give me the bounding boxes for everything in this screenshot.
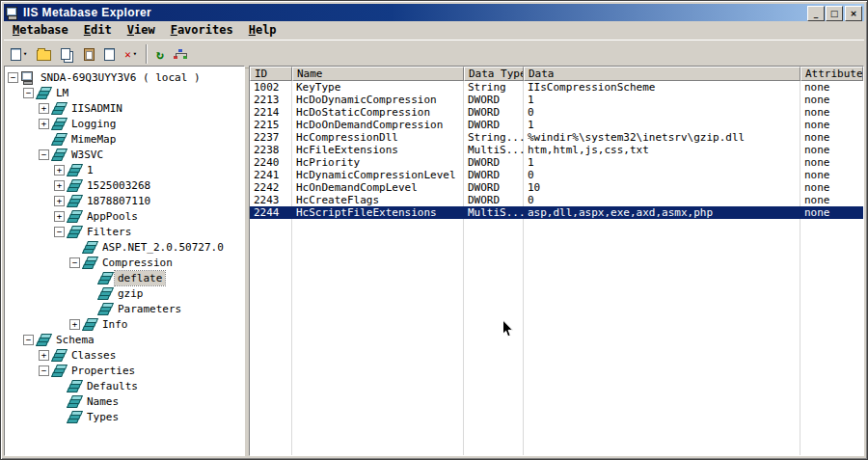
properties-grid: IDNameData TypeDataAttributes 1002KeyTyp… xyxy=(249,66,864,456)
new-key-button[interactable]: ▾ xyxy=(6,42,32,66)
column-header-id[interactable]: ID xyxy=(250,67,292,81)
metabase-key-icon xyxy=(67,163,82,177)
metabase-tree[interactable]: −SNDA-69Q3UYY3V6 ( local )−LM+IISADMIN+L… xyxy=(4,66,245,456)
cell-id: 2238 xyxy=(250,144,292,156)
refresh-button[interactable]: ↻ xyxy=(151,42,169,66)
cell-data-type: DWORD xyxy=(464,169,524,181)
tree-item-gzip[interactable]: gzip xyxy=(7,285,244,301)
cell-name: HcDoOnDemandCompression xyxy=(292,119,464,131)
column-header-name[interactable]: Name xyxy=(292,67,464,81)
refresh-icon: ↻ xyxy=(156,48,164,61)
menu-view[interactable]: View xyxy=(120,22,163,39)
cell-attributes: none xyxy=(800,94,863,106)
tree-spacer xyxy=(85,288,95,299)
metabase-key-icon xyxy=(67,394,82,409)
expand-icon[interactable]: + xyxy=(54,211,65,222)
cell-name: HcScriptFileExtensions xyxy=(292,206,464,219)
menu-metabase[interactable]: Metabase xyxy=(5,22,76,39)
metabase-key-icon xyxy=(51,348,67,363)
tree-item-label: Defaults xyxy=(84,379,141,393)
tree-item-classes[interactable]: +Classes xyxy=(7,347,244,363)
chevron-down-icon: ▾ xyxy=(23,51,27,58)
collapse-icon[interactable]: − xyxy=(39,149,49,160)
tree-item-names[interactable]: Names xyxy=(7,393,244,409)
cell-id: 2213 xyxy=(250,94,292,106)
collapse-icon[interactable]: − xyxy=(54,227,65,237)
tree-item-lm[interactable]: −LM xyxy=(7,85,244,100)
table-row-2213[interactable]: 2213HcDoDynamicCompressionDWORD1none xyxy=(250,94,863,106)
tree-item-filters[interactable]: −Filters xyxy=(7,224,244,239)
delete-x-icon: ✕ xyxy=(124,49,131,60)
table-row-2243[interactable]: 2243HcCreateFlagsDWORD0none xyxy=(250,194,863,206)
tree-item-1525003268[interactable]: +1525003268 xyxy=(7,177,244,193)
collapse-icon[interactable]: − xyxy=(8,72,18,83)
table-row-2242[interactable]: 2242HcOnDemandCompLevelDWORD10none xyxy=(250,181,863,194)
cell-name: HcPriority xyxy=(292,156,464,169)
title-bar[interactable]: IIS Metabase Explorer _ □ × xyxy=(4,4,864,21)
tree-item-w3svc[interactable]: −W3SVC xyxy=(7,147,244,162)
cell-name: HcCompressionDll xyxy=(292,131,464,144)
menu-edit[interactable]: Edit xyxy=(76,22,120,39)
tree-item-parameters[interactable]: Parameters xyxy=(7,301,244,316)
tree-item-properties[interactable]: −Properties xyxy=(7,363,244,378)
tree-indent xyxy=(7,401,53,402)
tree-item-schema[interactable]: −Schema xyxy=(7,332,244,347)
menu-favorites[interactable]: Favorites xyxy=(163,22,241,39)
paste-button[interactable] xyxy=(79,42,99,66)
tree-item-iisadmin[interactable]: +IISADMIN xyxy=(7,100,244,116)
tree-item-snda-69q3uyy3v6-local[interactable]: −SNDA-69Q3UYY3V6 ( local ) xyxy=(7,69,244,85)
expand-icon[interactable]: + xyxy=(54,165,65,176)
tree-item-info[interactable]: +Info xyxy=(7,316,244,332)
table-row-2237[interactable]: 2237HcCompressionDllString...%windir%\sy… xyxy=(250,131,863,144)
metabase-key-icon xyxy=(82,317,97,332)
expand-icon[interactable]: + xyxy=(69,319,80,330)
collapse-icon[interactable]: − xyxy=(23,335,34,345)
metabase-key-icon xyxy=(51,117,67,131)
delete-button[interactable]: ✕▾ xyxy=(120,42,142,66)
maximize-button[interactable]: □ xyxy=(826,6,843,21)
connect-computer-button[interactable] xyxy=(169,42,191,66)
menu-help[interactable]: Help xyxy=(241,22,285,39)
tree-indent xyxy=(7,247,68,248)
table-row-2244[interactable]: 2244HcScriptFileExtensionsMultiS...asp,d… xyxy=(250,206,863,219)
table-row-2214[interactable]: 2214HcDoStaticCompressionDWORD0none xyxy=(250,106,863,119)
column-header-attributes[interactable]: Attributes xyxy=(800,67,863,81)
cell-attributes: none xyxy=(800,131,863,144)
collapse-icon[interactable]: − xyxy=(23,88,34,98)
cell-name: HcDoDynamicCompression xyxy=(292,94,464,106)
table-row-2240[interactable]: 2240HcPriorityDWORD1none xyxy=(250,156,863,169)
collapse-icon[interactable]: − xyxy=(39,365,49,376)
table-row-1002[interactable]: 1002KeyTypeStringIIsCompressionSchemenon… xyxy=(250,81,863,94)
tree-item-label: Parameters xyxy=(115,302,184,316)
tree-item-asp-net-2-0-50727-0[interactable]: ASP.NET_2.0.50727.0 xyxy=(7,239,244,255)
cell-id: 1002 xyxy=(250,81,292,94)
tree-item-logging[interactable]: +Logging xyxy=(7,116,244,131)
tree-item-label: Filters xyxy=(84,225,134,239)
expand-icon[interactable]: + xyxy=(54,196,65,206)
tree-item-mimemap[interactable]: MimeMap xyxy=(7,131,244,147)
tree-item-1[interactable]: +1 xyxy=(7,162,244,177)
copy-button[interactable] xyxy=(56,42,79,66)
expand-icon[interactable]: + xyxy=(39,350,49,361)
tree-item-defaults[interactable]: Defaults xyxy=(7,378,244,393)
edit-record-button[interactable] xyxy=(99,42,120,66)
column-header-data[interactable]: Data xyxy=(524,67,800,81)
copy-icon xyxy=(61,48,70,60)
table-row-2215[interactable]: 2215HcDoOnDemandCompressionDWORD1none xyxy=(250,119,863,131)
cell-attributes: none xyxy=(800,181,863,194)
expand-icon[interactable]: + xyxy=(54,180,65,191)
expand-icon[interactable]: + xyxy=(39,103,49,114)
tree-item-deflate[interactable]: deflate xyxy=(7,270,244,285)
tree-item-compression[interactable]: −Compression xyxy=(7,255,244,270)
expand-icon[interactable]: + xyxy=(39,119,49,129)
close-button[interactable]: × xyxy=(845,6,862,21)
tree-item-apppools[interactable]: +AppPools xyxy=(7,208,244,224)
minimize-button[interactable]: _ xyxy=(807,6,825,21)
collapse-icon[interactable]: − xyxy=(69,257,80,268)
tree-item-1878807110[interactable]: +1878807110 xyxy=(7,193,244,208)
table-row-2238[interactable]: 2238HcFileExtensionsMultiS...htm,html,js… xyxy=(250,144,863,156)
column-header-data-type[interactable]: Data Type xyxy=(464,67,524,81)
tree-item-types[interactable]: Types xyxy=(7,409,244,424)
open-folder-button[interactable] xyxy=(32,42,56,66)
table-row-2241[interactable]: 2241HcDynamicCompressionLevelDWORD0none xyxy=(250,169,863,181)
